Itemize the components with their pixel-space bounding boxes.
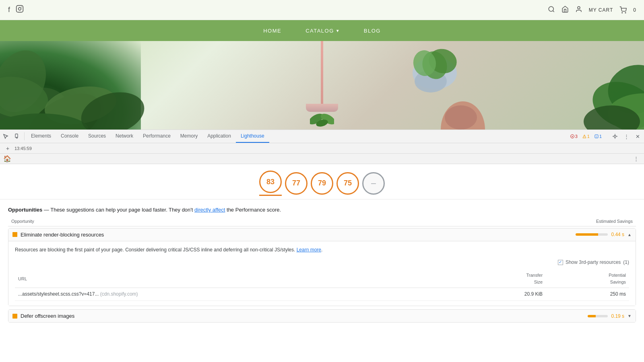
svg-rect-0 (17, 6, 23, 12)
opportunity-render-blocking: Eliminate render-blocking resources 0.44… (8, 228, 636, 306)
directly-affect-link[interactable]: directly affect (194, 207, 225, 213)
lighthouse-bar: 🏠 ⋮ (0, 154, 644, 164)
opportunities-table-header: Opportunity Estimated Savings (8, 219, 636, 226)
opportunities-header: Opportunities — These suggestions can he… (8, 206, 636, 214)
opportunity-defer-offscreen-header[interactable]: Defer offscreen images 0.19 s ▼ (8, 310, 636, 322)
cart-label[interactable]: MY CART (589, 7, 613, 13)
devtools-toolbar-left: Elements Console Sources Network Perform… (0, 130, 269, 143)
svg-point-7 (625, 12, 626, 13)
opportunity-orange-icon (12, 232, 17, 237)
error-badge[interactable]: ✕ 3 (569, 134, 579, 139)
svg-point-37 (614, 136, 616, 138)
opportunity-left: Eliminate render-blocking resources (12, 232, 104, 238)
toolbar-separator (24, 132, 25, 140)
score-performance: 83 (259, 171, 282, 196)
opportunity-bar (576, 233, 608, 236)
hanging-plant-leaves (310, 111, 334, 127)
chevron-down-icon: ▼ (627, 314, 632, 318)
hero-image (0, 41, 644, 130)
cart-icon[interactable] (619, 6, 627, 14)
score-na-circle[interactable]: — (362, 172, 385, 195)
show-3rd-party-control: Show 3rd-party resources (1) (15, 259, 629, 266)
active-score-indicator (259, 195, 282, 196)
devtools-secondary-bar: + 13:45:59 (0, 143, 644, 154)
nav-home[interactable]: HOME (263, 28, 281, 34)
add-button[interactable]: + (4, 145, 11, 152)
score-seo[interactable]: 75 (336, 172, 359, 195)
select-element-button[interactable] (0, 130, 11, 143)
device-toolbar-button[interactable] (11, 130, 23, 143)
opportunity-right: 0.44 s ▲ (576, 232, 632, 237)
devtools-tabs: Elements Console Sources Network Perform… (26, 130, 269, 143)
tab-lighthouse[interactable]: Lighthouse (236, 130, 269, 143)
tab-network[interactable]: Network (111, 130, 138, 143)
lighthouse-more-button[interactable]: ⋮ (631, 154, 641, 164)
account-icon[interactable] (575, 6, 582, 14)
top-bar-right-icons: MY CART 0 (548, 6, 636, 14)
facebook-icon[interactable]: f (8, 6, 10, 14)
opportunity2-orange-icon (12, 314, 17, 319)
svg-point-3 (549, 6, 553, 11)
resource-transfer-size: 20.9 KiB (459, 288, 546, 301)
score-accessibility[interactable]: 77 (285, 172, 308, 195)
resource-row: ...assets/stylesheet.scss.css?v=417... (… (15, 288, 629, 301)
url-header: URL (15, 270, 459, 288)
tab-performance[interactable]: Performance (138, 130, 175, 143)
chevron-down-icon: ▼ (336, 29, 340, 33)
chevron-up-icon: ▲ (627, 232, 632, 237)
svg-point-2 (21, 7, 22, 8)
timestamp: 13:45:59 (14, 146, 32, 151)
show-3rd-party-checkbox[interactable] (558, 260, 563, 265)
opportunity-description: Resources are blocking the first paint o… (15, 246, 629, 254)
svg-text:✕: ✕ (571, 135, 574, 138)
transfer-size-header: TransferSize (459, 270, 546, 288)
social-icons: f (8, 5, 24, 15)
svg-line-4 (553, 10, 554, 12)
nav-catalog-link[interactable]: CATALOG (305, 28, 334, 34)
home-icon[interactable] (561, 6, 569, 14)
site-top-bar: f MY CART 0 (0, 0, 644, 20)
score-79-circle[interactable]: 79 (311, 172, 333, 195)
warning-badge[interactable]: ! 1 (581, 134, 591, 139)
cart-count: 0 (633, 7, 636, 13)
svg-text:i: i (596, 135, 597, 138)
score-83-circle[interactable]: 83 (259, 171, 282, 193)
lighthouse-scores: 83 77 79 75 — (0, 164, 644, 200)
info-badge[interactable]: i 1 (593, 134, 603, 139)
svg-text:!: ! (584, 135, 585, 138)
close-devtools-button[interactable]: ✕ (633, 132, 642, 141)
center-planter (282, 41, 362, 130)
resource-table: URL TransferSize PotentialSavings ...ass… (15, 270, 629, 301)
site-nav: HOME CATALOG ▼ BLOG (0, 20, 644, 41)
score-75-circle[interactable]: 75 (336, 172, 359, 195)
tab-console[interactable]: Console (56, 130, 83, 143)
settings-button[interactable] (610, 132, 620, 141)
potential-savings-header: PotentialSavings (546, 270, 629, 288)
more-options-button[interactable]: ⋮ (621, 132, 631, 141)
resource-url[interactable]: ...assets/stylesheet.scss.css?v=417... (… (15, 288, 459, 301)
score-best-practices[interactable]: 79 (311, 172, 333, 195)
opportunity-expanded-content: Resources are blocking the first paint o… (8, 241, 636, 306)
opportunities-section: Opportunities — These suggestions can he… (0, 200, 644, 332)
nav-blog[interactable]: BLOG (364, 28, 381, 34)
tab-sources[interactable]: Sources (83, 130, 111, 143)
tab-application[interactable]: Application (202, 130, 236, 143)
score-77-circle[interactable]: 77 (285, 172, 308, 195)
devtools-panel: Elements Console Sources Network Perform… (0, 130, 644, 322)
lighthouse-icon: 🏠 (3, 155, 11, 162)
tab-elements[interactable]: Elements (26, 130, 56, 143)
svg-point-24 (445, 105, 477, 130)
devtools-toolbar: Elements Console Sources Network Perform… (0, 130, 644, 143)
opportunity-render-blocking-header[interactable]: Eliminate render-blocking resources 0.44… (8, 228, 636, 241)
instagram-icon[interactable] (16, 5, 24, 15)
tab-memory[interactable]: Memory (175, 130, 202, 143)
nav-catalog[interactable]: CATALOG ▼ (305, 28, 340, 34)
devtools-toolbar-right: ✕ 3 ! 1 i 1 ⋮ ✕ (569, 130, 644, 143)
opportunity-defer-offscreen: Defer offscreen images 0.19 s ▼ (8, 309, 636, 323)
learn-more-link[interactable]: Learn more (297, 247, 321, 253)
opportunity2-left: Defer offscreen images (12, 313, 74, 319)
resource-savings: 250 ms (546, 288, 629, 301)
score-pwa[interactable]: — (362, 172, 385, 195)
lighthouse-content: 83 77 79 75 — (0, 164, 644, 333)
search-icon[interactable] (548, 6, 555, 14)
